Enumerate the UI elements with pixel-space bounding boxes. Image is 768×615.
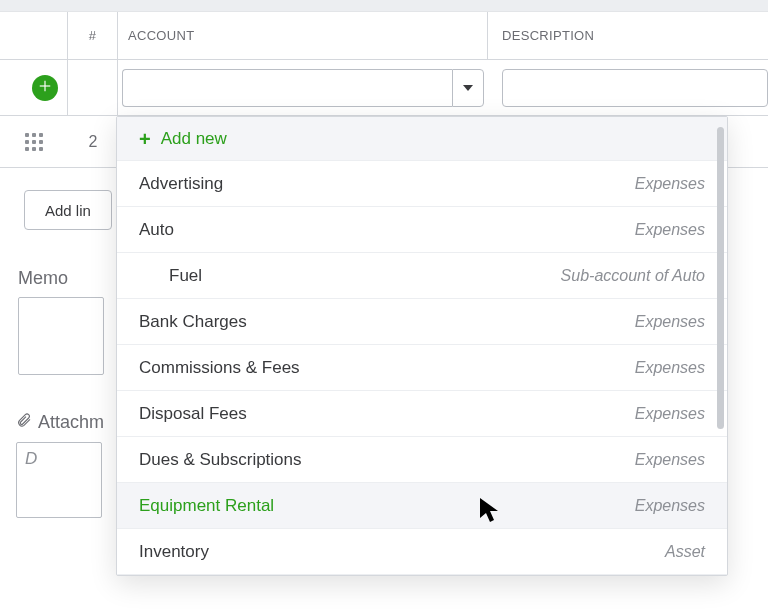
drag-handle-icon xyxy=(25,133,43,151)
header-account-col: ACCOUNT xyxy=(118,12,488,59)
header-handle-col xyxy=(0,12,68,59)
dropdown-item-meta: Asset xyxy=(665,543,705,561)
row-add-cell xyxy=(0,60,68,115)
header-number-col: # xyxy=(68,12,118,59)
dropdown-item-meta: Sub-account of Auto xyxy=(561,267,705,285)
dropdown-item[interactable]: Commissions & FeesExpenses xyxy=(117,345,727,391)
line-items-header: # ACCOUNT DESCRIPTION xyxy=(0,12,768,60)
dropdown-item[interactable]: Disposal FeesExpenses xyxy=(117,391,727,437)
account-dropdown-panel: + Add new AdvertisingExpensesAutoExpense… xyxy=(116,116,728,576)
dropdown-item-meta: Expenses xyxy=(635,497,705,515)
row2-number: 2 xyxy=(68,133,118,151)
drag-handle[interactable] xyxy=(0,133,68,151)
account-input[interactable] xyxy=(122,69,452,107)
attachments-label-text: Attachm xyxy=(38,412,104,433)
dropdown-add-new-label: Add new xyxy=(161,129,227,149)
dropdown-item-name: Fuel xyxy=(139,266,202,286)
dropdown-item-meta: Expenses xyxy=(635,359,705,377)
chevron-down-icon xyxy=(463,85,473,91)
description-input[interactable] xyxy=(502,69,768,107)
dropdown-item-name: Auto xyxy=(139,220,174,240)
window-top-strip xyxy=(0,0,768,12)
add-line-button[interactable] xyxy=(32,75,58,101)
scrollbar-thumb[interactable] xyxy=(717,127,724,429)
plus-icon xyxy=(38,79,52,97)
dropdown-item-name: Disposal Fees xyxy=(139,404,247,424)
account-combobox[interactable] xyxy=(122,69,484,107)
dropdown-item-meta: Expenses xyxy=(635,221,705,239)
dropdown-item[interactable]: Bank ChargesExpenses xyxy=(117,299,727,345)
plus-icon: + xyxy=(139,129,151,149)
memo-textarea[interactable] xyxy=(18,297,104,375)
dropdown-item[interactable]: Dues & SubscriptionsExpenses xyxy=(117,437,727,483)
dropdown-item-meta: Expenses xyxy=(635,313,705,331)
paperclip-icon xyxy=(16,411,32,434)
line-item-row-1 xyxy=(0,60,768,116)
dropdown-item-name: Equipment Rental xyxy=(139,496,274,516)
attachments-hint: D xyxy=(25,449,37,468)
dropdown-item-name: Dues & Subscriptions xyxy=(139,450,302,470)
dropdown-item[interactable]: AutoExpenses xyxy=(117,207,727,253)
dropdown-item[interactable]: FuelSub-account of Auto xyxy=(117,253,727,299)
account-dropdown-toggle[interactable] xyxy=(452,69,484,107)
dropdown-item[interactable]: AdvertisingExpenses xyxy=(117,161,727,207)
dropdown-item[interactable]: InventoryAsset xyxy=(117,529,727,575)
dropdown-scrollbar[interactable] xyxy=(717,123,724,569)
dropdown-item-meta: Expenses xyxy=(635,405,705,423)
dropdown-item[interactable]: Equipment RentalExpenses xyxy=(117,483,727,529)
dropdown-item-meta: Expenses xyxy=(635,175,705,193)
dropdown-item-name: Commissions & Fees xyxy=(139,358,300,378)
dropdown-item-meta: Expenses xyxy=(635,451,705,469)
dropdown-item-name: Bank Charges xyxy=(139,312,247,332)
attachments-dropzone[interactable]: D xyxy=(16,442,102,518)
add-lines-button[interactable]: Add lin xyxy=(24,190,112,230)
dropdown-item-name: Inventory xyxy=(139,542,209,562)
header-description-col: DESCRIPTION xyxy=(488,12,768,59)
dropdown-add-new[interactable]: + Add new xyxy=(117,117,727,161)
row1-number xyxy=(68,60,118,115)
account-dropdown-scroll[interactable]: + Add new AdvertisingExpensesAutoExpense… xyxy=(117,117,727,575)
dropdown-item-name: Advertising xyxy=(139,174,223,194)
